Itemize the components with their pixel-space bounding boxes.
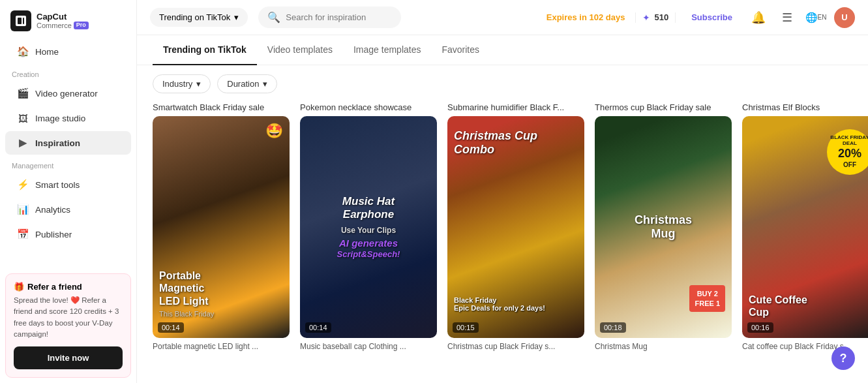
refer-description: Spread the love! ❤️ Refer a friend and s… — [14, 295, 123, 340]
duration-2: 00:15 — [453, 322, 479, 333]
video-thumb-4: BLACK FRIDAYDEAL 20% OFF Cute CoffeeCup … — [742, 116, 868, 338]
search-input[interactable] — [286, 12, 392, 22]
sidebar-item-analytics-label: Analytics — [35, 205, 70, 215]
overlay-sub-2: Black FridayEpic Deals for only 2 days! — [454, 296, 578, 312]
video-card-3[interactable]: Thermos cup Black Friday sale ChristmasM… — [595, 102, 732, 373]
duration-3: 00:18 — [600, 322, 626, 333]
video-grid: Smartwatch Black Friday sale 🤩 PortableM… — [137, 102, 868, 383]
header: Trending on TikTok ▾ 🔍 Expires in 102 da… — [137, 0, 868, 35]
sidebar-item-publisher-label: Publisher — [35, 230, 72, 239]
video-card-1[interactable]: Pokemon necklace showcase Music HatEarph… — [300, 102, 437, 373]
sidebar-item-inspiration-label: Inspiration — [35, 138, 80, 148]
logo-icon — [10, 10, 31, 31]
language-icon[interactable]: 🌐EN — [805, 7, 826, 28]
overlay-4: Cute CoffeeCup — [749, 294, 868, 318]
overlay-1: Music HatEarphone Use Your Clips AI gene… — [307, 195, 430, 260]
duration-4: 00:16 — [747, 322, 773, 333]
sidebar-item-inspiration[interactable]: ▶ Inspiration — [5, 131, 131, 155]
home-icon: 🏠 — [17, 46, 29, 57]
video-thumb-3: ChristmasMug BUY 2FREE 1 00:18 — [595, 116, 732, 338]
sidebar-item-video-generator-label: Video generator — [35, 89, 98, 99]
credits-icon: ✦ — [642, 12, 650, 23]
credits-count: 510 — [654, 12, 668, 22]
logo-sub: Commerce Pro — [37, 22, 89, 29]
overlay-3: ChristmasMug — [635, 213, 692, 241]
refer-emoji: 🎁 — [14, 282, 24, 292]
black-friday-badge: BLACK FRIDAYDEAL 20% OFF — [827, 129, 868, 175]
avatar[interactable]: U — [834, 7, 855, 28]
expires-text: Expires in 102 days — [546, 12, 625, 22]
pro-badge: Pro — [74, 22, 89, 29]
duration-0: 00:14 — [158, 322, 184, 333]
duration-1: 00:14 — [305, 322, 331, 333]
video-thumb-0: 🤩 PortableMagneticLED LightThis Black Fr… — [153, 116, 290, 338]
video-title-2: Submarine humidifier Black F... — [447, 102, 584, 112]
video-generator-icon: 🎬 — [17, 87, 29, 99]
search-icon: 🔍 — [267, 11, 280, 23]
sidebar: CapCut Commerce Pro 🏠 Home Creation 🎬 Vi… — [0, 0, 137, 383]
refer-card: 🎁 Refer a friend Spread the love! ❤️ Ref… — [5, 273, 131, 378]
video-thumb-1: Music HatEarphone Use Your Clips AI gene… — [300, 116, 437, 338]
industry-filter-label: Industry — [162, 79, 192, 89]
logo-main: CapCut — [37, 12, 89, 22]
sidebar-item-image-studio-label: Image studio — [35, 114, 85, 123]
video-caption-3: Christmas Mug — [595, 342, 732, 351]
video-card-2[interactable]: Submarine humidifier Black F... Christma… — [447, 102, 584, 373]
sidebar-item-publisher[interactable]: 📅 Publisher — [5, 222, 131, 246]
svg-rect-1 — [18, 18, 22, 24]
management-section-label: Management — [0, 155, 136, 172]
video-card-4[interactable]: Christmas Elf Blocks BLACK FRIDAYDEAL 20… — [742, 102, 868, 373]
trending-label: Trending on TikTok — [159, 12, 230, 22]
sidebar-item-image-studio[interactable]: 🖼 Image studio — [5, 106, 131, 130]
emoji-0: 🤩 — [265, 123, 283, 140]
sidebar-item-smart-tools[interactable]: ⚡ Smart tools — [5, 173, 131, 196]
sidebar-item-analytics[interactable]: 📊 Analytics — [5, 198, 131, 221]
main-content: Trending on TikTok ▾ 🔍 Expires in 102 da… — [137, 0, 868, 383]
overlay-2: Christmas CupCombo — [454, 129, 578, 157]
search-bar: 🔍 — [258, 7, 401, 28]
chevron-down-icon: ▾ — [234, 12, 239, 22]
duration-chevron-icon: ▾ — [263, 79, 267, 89]
subscribe-button[interactable]: Subscribe — [686, 12, 738, 22]
video-caption-2: Christmas cup Black Friday s... — [447, 342, 584, 351]
video-caption-1: Music baseball cap Clothing ... — [300, 342, 437, 351]
smart-tools-icon: ⚡ — [17, 179, 29, 191]
logo-text: CapCut Commerce Pro — [37, 12, 89, 29]
duration-filter[interactable]: Duration ▾ — [217, 74, 277, 93]
video-title-4: Christmas Elf Blocks — [742, 102, 868, 112]
invite-button[interactable]: Invite now — [14, 346, 123, 369]
refer-title: 🎁 Refer a friend — [14, 282, 123, 292]
video-thumb-2: Christmas CupCombo Black FridayEpic Deal… — [447, 116, 584, 338]
filters: Industry ▾ Duration ▾ — [137, 65, 868, 102]
trending-dropdown[interactable]: Trending on TikTok ▾ — [150, 8, 248, 27]
logo: CapCut Commerce Pro — [0, 0, 136, 39]
publisher-icon: 📅 — [17, 228, 29, 240]
buy2free-badge: BUY 2FREE 1 — [689, 285, 725, 312]
video-caption-0: Portable magnetic LED light ... — [153, 342, 290, 351]
video-title-0: Smartwatch Black Friday sale — [153, 102, 290, 112]
sidebar-item-smart-tools-label: Smart tools — [35, 180, 80, 190]
creation-section-label: Creation — [0, 64, 136, 81]
sidebar-item-video-generator[interactable]: 🎬 Video generator — [5, 82, 131, 105]
duration-filter-label: Duration — [227, 79, 259, 89]
sidebar-item-home-label: Home — [35, 47, 59, 57]
analytics-icon: 📊 — [17, 204, 29, 215]
video-title-1: Pokemon necklace showcase — [300, 102, 437, 112]
inspiration-icon: ▶ — [17, 137, 29, 149]
video-card-0[interactable]: Smartwatch Black Friday sale 🤩 PortableM… — [153, 102, 290, 373]
industry-chevron-icon: ▾ — [196, 79, 201, 89]
image-studio-icon: 🖼 — [17, 112, 29, 124]
header-icons: 🔔 ☰ 🌐EN U — [748, 7, 855, 28]
tab-favorites[interactable]: Favorites — [431, 35, 490, 65]
notification-icon[interactable]: 🔔 — [748, 7, 769, 28]
sidebar-item-home[interactable]: 🏠 Home — [5, 40, 131, 63]
tab-trending[interactable]: Trending on TikTok — [153, 35, 257, 65]
tab-image-templates[interactable]: Image templates — [343, 35, 432, 65]
overlay-0: PortableMagneticLED LightThis Black Frid… — [159, 269, 283, 318]
menu-icon[interactable]: ☰ — [777, 7, 798, 28]
tab-video-templates[interactable]: Video templates — [257, 35, 343, 65]
video-title-3: Thermos cup Black Friday sale — [595, 102, 732, 112]
industry-filter[interactable]: Industry ▾ — [153, 74, 211, 93]
credits-section: ✦ 510 — [635, 12, 676, 23]
help-button[interactable]: ? — [831, 346, 855, 370]
